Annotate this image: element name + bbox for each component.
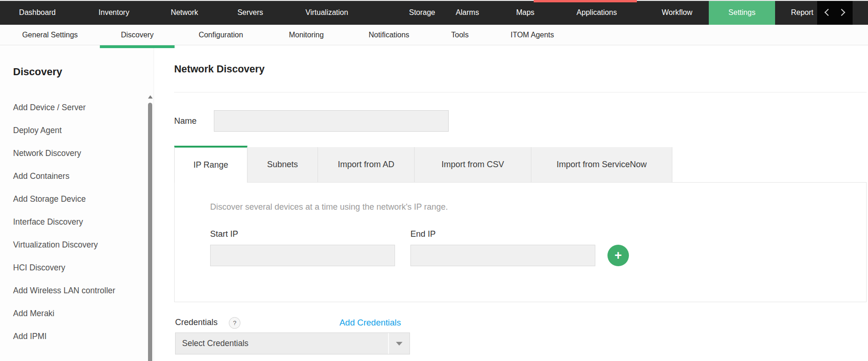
top-nav-item[interactable]: Inventory <box>99 0 129 25</box>
sub-nav-item[interactable]: Configuration <box>198 25 243 45</box>
sidebar-item[interactable]: Network Discovery <box>13 148 116 159</box>
discovery-method-tabs: IP RangeSubnetsImport from ADImport from… <box>174 146 672 183</box>
sidebar-item[interactable]: Add Containers <box>13 170 116 182</box>
add-ip-range-button[interactable]: + <box>607 245 629 266</box>
top-nav-item-settings-active[interactable]: Settings <box>709 0 775 25</box>
top-navigation-bar: DashboardInventoryNetworkServersVirtuali… <box>0 0 868 25</box>
sub-nav-item[interactable]: Notifications <box>368 25 409 45</box>
sidebar-item[interactable]: Add Device / Server <box>13 102 116 113</box>
sub-nav-item[interactable]: General Settings <box>22 25 78 45</box>
start-ip-input[interactable] <box>210 245 395 266</box>
credentials-select-value: Select Credentials <box>176 339 388 348</box>
tab[interactable]: Subnets <box>247 147 318 182</box>
top-nav-item[interactable]: Applications <box>577 0 617 25</box>
credentials-help-icon[interactable]: ? <box>229 317 240 329</box>
top-nav-item-report[interactable]: Report <box>791 0 813 25</box>
sidebar-menu: Add Device / ServerDeploy AgentNetwork D… <box>13 102 120 354</box>
credentials-label: Credentials <box>175 318 218 327</box>
sub-nav-item[interactable]: Tools <box>451 25 468 45</box>
scrollbar-thumb[interactable] <box>148 103 152 361</box>
dropdown-caret-box <box>388 333 409 354</box>
tab[interactable]: Import from AD <box>318 147 415 182</box>
sidebar-item[interactable]: Interface Discovery <box>13 216 116 227</box>
top-edge-line <box>0 0 868 1</box>
page-title: Network Discovery <box>174 64 265 75</box>
chevron-down-icon <box>396 342 402 346</box>
sub-nav-item[interactable]: ITOM Agents <box>510 25 554 45</box>
page: DashboardInventoryNetworkServersVirtuali… <box>0 0 868 361</box>
chevron-right-icon[interactable] <box>838 9 846 16</box>
add-credentials-link[interactable]: Add Credentials <box>339 318 401 328</box>
chevron-left-icon[interactable] <box>825 9 832 16</box>
tab[interactable]: Import from ServiceNow <box>531 147 672 182</box>
name-input[interactable] <box>214 110 449 132</box>
top-nav-item[interactable]: Dashboard <box>19 0 56 25</box>
recording-indicator-strip <box>534 0 637 2</box>
sub-nav-item[interactable]: Monitoring <box>289 25 324 45</box>
tab[interactable]: IP Range <box>174 146 247 183</box>
credentials-select-dropdown[interactable]: Select Credentials <box>175 333 410 354</box>
sidebar-item[interactable]: Add Storage Device <box>13 193 116 205</box>
sidebar-item[interactable]: Add Wireless LAN controller <box>13 285 116 296</box>
end-ip-label: End IP <box>410 229 436 239</box>
settings-sub-navigation: General SettingsDiscoveryConfigurationMo… <box>0 25 868 45</box>
top-nav-item[interactable]: Storage <box>409 0 435 25</box>
ip-range-panel: Discover several devices at a time using… <box>174 182 867 302</box>
tab[interactable]: Import from CSV <box>415 147 531 182</box>
sub-nav-items: General SettingsDiscoveryConfigurationMo… <box>0 25 868 45</box>
sidebar-title: Discovery <box>13 66 62 78</box>
discovery-sidebar: Discovery Add Device / ServerDeploy Agen… <box>0 45 154 361</box>
top-nav-item[interactable]: Servers <box>237 0 263 25</box>
top-nav-item[interactable]: Alarms <box>456 0 479 25</box>
ip-range-description: Discover several devices at a time using… <box>210 201 448 212</box>
nav-overflow-arrows <box>817 0 853 25</box>
name-label: Name <box>174 110 197 132</box>
end-ip-input[interactable] <box>410 245 595 266</box>
top-nav-item[interactable]: Virtualization <box>305 0 348 25</box>
sidebar-item[interactable]: Add Meraki <box>13 308 116 319</box>
sidebar-item[interactable]: HCI Discovery <box>13 262 116 273</box>
sub-nav-item[interactable]: Discovery <box>121 25 154 45</box>
sidebar-item[interactable]: Add IPMI <box>13 331 116 342</box>
top-nav-item[interactable]: Network <box>171 0 198 25</box>
title-divider <box>174 92 867 92</box>
sidebar-item[interactable]: Virtualization Discovery <box>13 239 116 250</box>
scroll-up-arrow-icon[interactable] <box>148 95 153 99</box>
top-nav-item[interactable]: Workflow <box>662 0 692 25</box>
start-ip-label: Start IP <box>210 229 238 239</box>
sidebar-item[interactable]: Deploy Agent <box>13 125 116 136</box>
sidebar-scrollbar <box>148 93 153 361</box>
top-nav-item[interactable]: Maps <box>516 0 534 25</box>
